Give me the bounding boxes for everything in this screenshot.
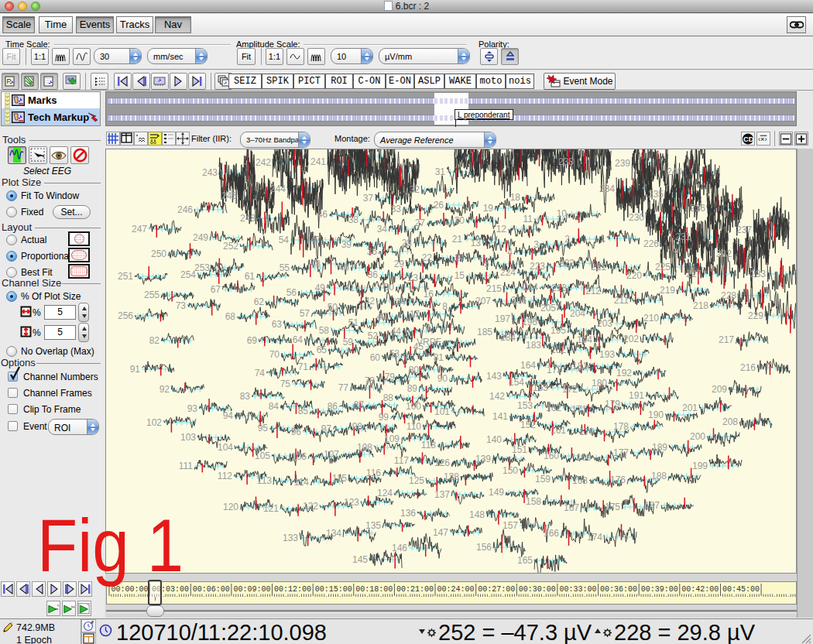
svg-text:164: 164 — [520, 360, 536, 371]
svg-text:00:09:00: 00:09:00 — [233, 585, 270, 594]
svg-text:204: 204 — [570, 308, 585, 319]
svg-text:115: 115 — [332, 473, 347, 484]
svg-text:240: 240 — [667, 166, 682, 177]
svg-text:149: 149 — [489, 487, 504, 498]
svg-text:00:18:00: 00:18:00 — [355, 585, 393, 594]
svg-text:92: 92 — [160, 384, 170, 395]
svg-text:154: 154 — [509, 377, 524, 388]
svg-text:249: 249 — [193, 232, 208, 243]
svg-text:243: 243 — [202, 167, 218, 178]
svg-text:96: 96 — [291, 426, 302, 437]
svg-text:210: 210 — [643, 313, 659, 324]
svg-text:99: 99 — [379, 412, 389, 423]
svg-text:98: 98 — [352, 421, 363, 432]
svg-text:26: 26 — [434, 200, 444, 211]
svg-text:8: 8 — [442, 301, 448, 312]
svg-text:178: 178 — [613, 421, 629, 432]
svg-text:33: 33 — [391, 204, 402, 214]
svg-text:228: 228 — [721, 290, 736, 301]
svg-text:21: 21 — [452, 234, 463, 245]
svg-text:150: 150 — [503, 465, 518, 476]
svg-text:184: 184 — [500, 332, 516, 343]
svg-text:230: 230 — [629, 212, 644, 223]
svg-text:80: 80 — [409, 365, 420, 375]
svg-text:211: 211 — [614, 295, 629, 306]
svg-text:146: 146 — [392, 543, 407, 553]
svg-text:95: 95 — [258, 423, 269, 433]
svg-text:221: 221 — [591, 262, 606, 272]
svg-text:160: 160 — [544, 450, 559, 461]
svg-text:24: 24 — [396, 296, 406, 307]
svg-text:3: 3 — [533, 239, 539, 250]
svg-text:32: 32 — [410, 184, 420, 195]
svg-text:53: 53 — [389, 348, 400, 359]
svg-text:195: 195 — [551, 325, 566, 336]
svg-text:118: 118 — [421, 440, 436, 450]
svg-text:173: 173 — [547, 365, 562, 375]
svg-text:37: 37 — [363, 193, 374, 204]
svg-text:163: 163 — [533, 382, 548, 393]
svg-text:56: 56 — [286, 287, 297, 298]
svg-text:42: 42 — [365, 296, 376, 307]
svg-text:253: 253 — [194, 262, 210, 273]
svg-text:188: 188 — [651, 471, 667, 481]
svg-text:43: 43 — [377, 311, 388, 322]
svg-text:73: 73 — [176, 300, 187, 311]
svg-text:175: 175 — [605, 502, 620, 512]
svg-text:185: 185 — [477, 327, 492, 337]
svg-text:36: 36 — [368, 269, 379, 280]
svg-text:77: 77 — [338, 382, 349, 393]
svg-text:58: 58 — [319, 325, 330, 336]
svg-text:102: 102 — [146, 417, 162, 428]
svg-text:218: 218 — [693, 300, 708, 311]
svg-text:00:42:00: 00:42:00 — [681, 585, 719, 594]
svg-text:201: 201 — [682, 402, 698, 413]
svg-text:30: 30 — [384, 282, 395, 293]
svg-text:86: 86 — [328, 401, 338, 412]
svg-text:31: 31 — [435, 166, 446, 177]
svg-text:104: 104 — [218, 442, 233, 453]
svg-text:223: 223 — [530, 261, 545, 272]
svg-text:215: 215 — [486, 283, 502, 294]
svg-text:89: 89 — [407, 383, 418, 394]
svg-text:00:27:00: 00:27:00 — [478, 585, 515, 594]
svg-text:162: 162 — [546, 402, 561, 413]
svg-text:156: 156 — [476, 542, 492, 553]
svg-text:194: 194 — [577, 334, 592, 345]
svg-text:124: 124 — [377, 488, 393, 498]
svg-text:176: 176 — [610, 474, 626, 485]
svg-text:229: 229 — [748, 310, 763, 321]
svg-text:190: 190 — [648, 409, 664, 420]
svg-text:199: 199 — [692, 461, 708, 471]
svg-text:71: 71 — [298, 361, 309, 372]
svg-text:117: 117 — [394, 455, 409, 466]
svg-text:23: 23 — [408, 272, 419, 283]
svg-text:00:15:00: 00:15:00 — [315, 585, 352, 594]
svg-text:232: 232 — [716, 248, 732, 259]
svg-text:00:36:00: 00:36:00 — [600, 585, 637, 594]
svg-text:169: 169 — [576, 452, 592, 463]
svg-text:1: 1 — [600, 233, 605, 244]
svg-text:161: 161 — [551, 425, 566, 436]
svg-text:55: 55 — [280, 262, 290, 273]
svg-text:246: 246 — [177, 204, 193, 215]
svg-text:81: 81 — [434, 352, 444, 363]
svg-text:143: 143 — [486, 371, 502, 382]
svg-text:14: 14 — [455, 252, 465, 263]
svg-text:231: 231 — [675, 231, 691, 242]
svg-text:203: 203 — [597, 318, 612, 329]
svg-text:87: 87 — [354, 399, 365, 410]
svg-text:00:24:00: 00:24:00 — [437, 585, 475, 594]
svg-text:217: 217 — [719, 334, 734, 345]
svg-text:61: 61 — [245, 271, 256, 282]
svg-text:44: 44 — [391, 326, 402, 337]
svg-text:208: 208 — [722, 416, 738, 427]
svg-text:219: 219 — [660, 285, 675, 296]
svg-text:10: 10 — [557, 208, 568, 219]
svg-text:123: 123 — [344, 497, 359, 508]
svg-text:15: 15 — [455, 270, 465, 281]
svg-text:172: 172 — [562, 384, 578, 395]
svg-text:00:45:00: 00:45:00 — [722, 585, 760, 594]
svg-text:93: 93 — [187, 403, 198, 414]
svg-text:170: 170 — [579, 426, 595, 437]
